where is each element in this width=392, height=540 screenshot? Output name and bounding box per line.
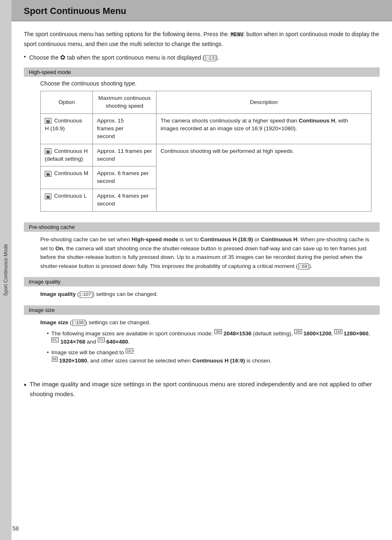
continuous-h-169-icon: 🎬 — [45, 118, 51, 124]
ref-107: □107 — [80, 291, 92, 298]
option-continuous-h-169: 🎬 ContinuousH (16:9) — [41, 113, 93, 144]
section-image-size: Image size — [24, 305, 380, 315]
page-header: Sport Continuous Menu — [12, 0, 392, 21]
image-size-bullets: The following image sizes are available … — [40, 330, 371, 365]
intro-text-1: The sport continuous menu has setting op… — [24, 31, 229, 37]
speed-continuous-l: Approx. 4 frames per second — [93, 189, 157, 212]
option-continuous-l: 🎬 Continuous L — [41, 189, 93, 212]
image-size-content: Image size (□108) settings can be change… — [24, 318, 380, 373]
image-quality-content: Image quality (□107) settings can be cha… — [24, 290, 380, 304]
high-speed-mode-label: High-speed mode — [29, 69, 71, 75]
ref-108: □108 — [72, 320, 85, 326]
image-size-bullet-1-text: The following image sizes are available … — [51, 330, 371, 346]
option-continuous-h-default: 🎬 Continuous H(default setting) — [41, 144, 93, 166]
speed-continuous-m: Approx. 6 frames per second — [93, 166, 157, 189]
intro-bullet-text: Choose the ✿ tab when the sport continuo… — [29, 53, 219, 62]
pre-shooting-text: Pre-shooting cache can be set when High-… — [40, 235, 371, 270]
pre-shooting-cache-content: Pre-shooting cache can be set when High-… — [24, 235, 380, 275]
continuous-m-icon: 🎬 — [45, 171, 51, 177]
image-size-main-text: Image size (□108) settings can be change… — [40, 318, 371, 327]
continuous-h-default-icon: 🎬 — [45, 148, 51, 154]
section-high-speed-mode: High-speed mode — [24, 67, 380, 77]
side-tab: Sport Continuous Mode — [0, 0, 12, 540]
footer-note-text: The image quality and image size setting… — [30, 379, 380, 399]
intro-paragraph: The sport continuous menu has setting op… — [24, 30, 380, 48]
intro-bullet: Choose the ✿ tab when the sport continuo… — [24, 53, 380, 62]
option-label: Continuous L — [54, 193, 87, 199]
option-label: Continuous M — [54, 170, 88, 176]
page-title: Sport Continuous Menu — [24, 6, 380, 16]
continuous-l-icon: 🎬 — [45, 194, 51, 199]
image-size-label: Image size — [29, 307, 55, 313]
ref-13: □13 — [205, 55, 215, 61]
image-quality-label: Image quality — [29, 279, 60, 285]
options-table: Option Maximum continuousshooting speed … — [40, 91, 371, 212]
footer-note: The image quality and image size setting… — [24, 379, 380, 399]
speed-continuous-h-default: Approx. 11 frames per second — [93, 144, 157, 166]
content-area: The sport continuous menu has setting op… — [12, 21, 392, 540]
desc-continuous-h-169: The camera shoots continuously at a high… — [156, 113, 371, 144]
page-number: 58 — [12, 525, 19, 532]
option-continuous-m: 🎬 Continuous M — [41, 166, 93, 189]
pre-shooting-cache-label: Pre-shooting cache — [29, 224, 75, 230]
desc-shared: Continuous shooting will be performed at… — [156, 144, 371, 211]
section-image-quality: Image quality — [24, 277, 380, 286]
speed-continuous-h-169: Approx. 15frames persecond — [93, 113, 157, 144]
table-row: 🎬 ContinuousH (16:9) Approx. 15frames pe… — [41, 113, 371, 144]
col-speed: Maximum continuousshooting speed — [93, 91, 157, 114]
side-tab-label: Sport Continuous Mode — [3, 244, 9, 296]
col-description: Description — [156, 91, 371, 114]
col-option: Option — [41, 91, 93, 114]
ref-59: □59 — [298, 263, 309, 270]
image-size-bullet-2-text: Image size will be changed to 16:92M 192… — [51, 348, 272, 365]
image-size-bullet-1: The following image sizes are available … — [47, 330, 371, 346]
high-speed-mode-content: Choose the continuous shooting type. Opt… — [24, 80, 380, 221]
section-pre-shooting-cache: Pre-shooting cache — [24, 222, 380, 232]
table-row: 🎬 Continuous H(default setting) Approx. … — [41, 144, 371, 166]
image-size-bullet-2: Image size will be changed to 16:92M 192… — [47, 348, 371, 365]
image-quality-text: Image quality (□107) settings can be cha… — [40, 290, 371, 299]
high-speed-subtitle: Choose the continuous shooting type. — [40, 80, 371, 87]
menu-key: MENU — [229, 32, 244, 38]
